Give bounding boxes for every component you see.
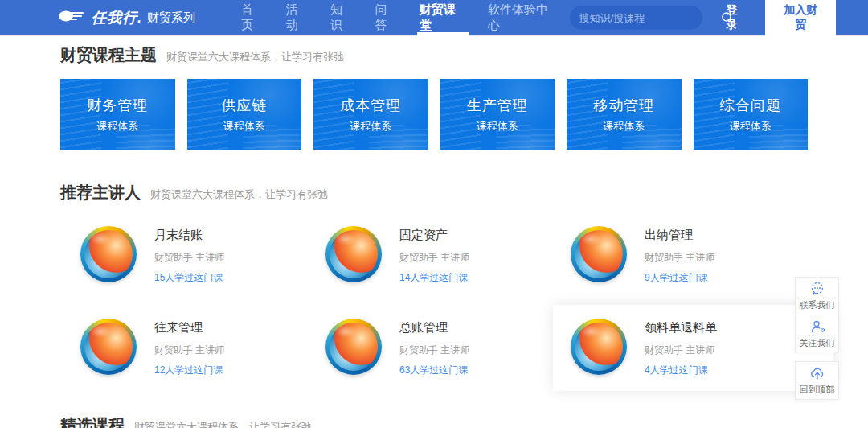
login-link[interactable]: 登录 xyxy=(727,3,748,32)
topic-card-mobile[interactable]: 移动管理 课程体系 xyxy=(567,79,682,150)
topic-card-title: 财务管理 xyxy=(87,96,148,115)
instructor-card[interactable]: 出纳管理 财贸助手 主讲师 9人学过这门课 xyxy=(571,226,816,285)
instructor-avatar xyxy=(326,226,382,282)
topics-subtitle: 财贸课堂六大课程体系，让学习有张弛 xyxy=(166,50,344,64)
nav-item-experience-center[interactable]: 软件体验中心 xyxy=(477,0,570,36)
instructor-meta: 财贸助手 主讲师 xyxy=(645,251,714,265)
follow-us-label: 关注我们 xyxy=(800,337,835,349)
courses-subtitle: 财贸课堂六大课程体系，让学习有张弛 xyxy=(134,420,312,428)
instructors-section-header: 推荐主讲人 财贸课堂六大课程体系，让学习有张弛 xyxy=(60,182,808,204)
topic-card-title: 生产管理 xyxy=(467,96,528,115)
comet-icon xyxy=(58,8,92,27)
brand-logo[interactable]: 任我行. 财贸系列 xyxy=(58,8,195,27)
topic-card-subtitle: 课程体系 xyxy=(223,119,265,134)
topic-card-finance[interactable]: 财务管理 课程体系 xyxy=(60,79,175,150)
nav-item-qa[interactable]: 问答 xyxy=(365,0,410,36)
nav-item-home[interactable]: 首页 xyxy=(231,0,276,36)
instructors-title: 推荐主讲人 xyxy=(60,182,141,204)
follow-us-button[interactable]: 关注我们 xyxy=(796,315,838,352)
instructor-card[interactable]: 月末结账 财贸助手 主讲师 15人学过这门课 xyxy=(80,226,326,285)
nav-item-activity[interactable]: 活动 xyxy=(276,0,321,36)
main-nav: 首页 活动 知识 问答 财贸课堂 软件体验中心 xyxy=(231,0,570,36)
instructor-avatar xyxy=(571,226,627,282)
contact-us-button[interactable]: 联系我们 xyxy=(796,278,838,315)
learner-count-link[interactable]: 63人学过这门课 xyxy=(399,364,469,377)
instructor-avatar xyxy=(326,319,382,375)
instructor-avatar xyxy=(80,319,137,375)
page-content: 财贸课程主题 财贸课堂六大课程体系，让学习有张弛 财务管理 课程体系 供应链 课… xyxy=(0,44,868,428)
topic-card-cost[interactable]: 成本管理 课程体系 xyxy=(313,79,428,150)
topic-cards-grid: 财务管理 课程体系 供应链 课程体系 成本管理 课程体系 生产管理 课程体系 移… xyxy=(60,79,808,150)
person-heart-icon xyxy=(809,319,825,335)
topic-card-subtitle: 课程体系 xyxy=(477,119,518,134)
instructor-meta: 财贸助手 主讲师 xyxy=(154,344,224,357)
course-title: 固定资产 xyxy=(399,228,469,243)
nav-item-knowledge[interactable]: 知识 xyxy=(320,0,365,36)
topics-title: 财贸课程主题 xyxy=(60,44,157,66)
instructor-avatar xyxy=(80,226,137,282)
cloud-up-arrow-icon xyxy=(809,365,825,381)
topic-card-title: 成本管理 xyxy=(340,96,401,115)
instructor-card[interactable]: 总账管理 财贸助手 主讲师 63人学过这门课 xyxy=(326,319,571,377)
nav-item-classroom[interactable]: 财贸课堂 xyxy=(409,0,477,36)
topic-card-title: 移动管理 xyxy=(593,96,654,115)
logo-brand-text: 任我行. xyxy=(92,8,142,27)
course-title: 出纳管理 xyxy=(645,228,714,243)
course-title: 总账管理 xyxy=(399,320,469,335)
topic-card-subtitle: 课程体系 xyxy=(603,119,645,134)
chat-icon xyxy=(809,281,825,297)
instructor-card-highlighted[interactable]: 领料单退料单 财贸助手 主讲师 4人学过这门课 xyxy=(553,305,833,391)
topic-card-subtitle: 课程体系 xyxy=(730,119,772,134)
search-box[interactable] xyxy=(570,6,702,30)
course-title: 领料单退料单 xyxy=(645,320,717,335)
instructor-meta: 财贸助手 主讲师 xyxy=(645,344,717,357)
top-navbar: 任我行. 财贸系列 首页 活动 知识 问答 财贸课堂 软件体验中心 登录 加入财… xyxy=(0,0,868,36)
topics-section-header: 财贸课程主题 财贸课堂六大课程体系，让学习有张弛 xyxy=(60,44,808,66)
learner-count-link[interactable]: 4人学过这门课 xyxy=(645,364,717,377)
back-to-top-label: 回到顶部 xyxy=(800,384,835,396)
instructor-meta: 财贸助手 主讲师 xyxy=(399,251,469,265)
course-title: 往来管理 xyxy=(154,320,224,335)
topic-card-title: 综合问题 xyxy=(720,96,781,115)
topic-card-subtitle: 课程体系 xyxy=(350,119,391,134)
instructor-cards-grid: 月末结账 财贸助手 主讲师 15人学过这门课 固定资产 财贸助手 主讲师 14人… xyxy=(80,226,808,377)
instructor-meta: 财贸助手 主讲师 xyxy=(154,251,224,265)
instructor-card[interactable]: 固定资产 财贸助手 主讲师 14人学过这门课 xyxy=(326,226,571,285)
join-button[interactable]: 加入财贸 xyxy=(765,0,836,39)
learner-count-link[interactable]: 12人学过这门课 xyxy=(154,364,224,377)
course-title: 月末结账 xyxy=(154,228,224,243)
back-to-top-button[interactable]: 回到顶部 xyxy=(796,362,838,399)
instructor-card[interactable]: 往来管理 财贸助手 主讲师 12人学过这门课 xyxy=(80,319,326,377)
courses-title: 精选课程 xyxy=(60,414,125,428)
topic-card-supply-chain[interactable]: 供应链 课程体系 xyxy=(187,79,302,150)
logo-suffix-text: 财贸系列 xyxy=(147,10,195,26)
learner-count-link[interactable]: 14人学过这门课 xyxy=(399,271,469,285)
instructor-meta: 财贸助手 主讲师 xyxy=(399,344,469,357)
learner-count-link[interactable]: 9人学过这门课 xyxy=(645,271,714,285)
learner-count-link[interactable]: 15人学过这门课 xyxy=(154,271,224,285)
floating-group-top: 联系我们 关注我们 xyxy=(795,277,839,352)
topic-card-production[interactable]: 生产管理 课程体系 xyxy=(440,79,555,150)
search-input[interactable] xyxy=(579,12,721,24)
topic-card-general[interactable]: 综合问题 课程体系 xyxy=(694,79,809,150)
floating-action-column: 联系我们 关注我们 回到顶部 xyxy=(795,277,839,400)
header-right: 登录 加入财贸 xyxy=(570,0,836,39)
topic-card-subtitle: 课程体系 xyxy=(96,119,138,134)
instructor-avatar xyxy=(571,319,627,375)
topic-card-title: 供应链 xyxy=(221,96,267,115)
floating-group-bottom: 回到顶部 xyxy=(795,361,839,400)
instructors-subtitle: 财贸课堂六大课程体系，让学习有张弛 xyxy=(150,187,328,202)
courses-section-header: 精选课程 财贸课堂六大课程体系，让学习有张弛 xyxy=(60,414,808,428)
contact-us-label: 联系我们 xyxy=(800,299,835,311)
